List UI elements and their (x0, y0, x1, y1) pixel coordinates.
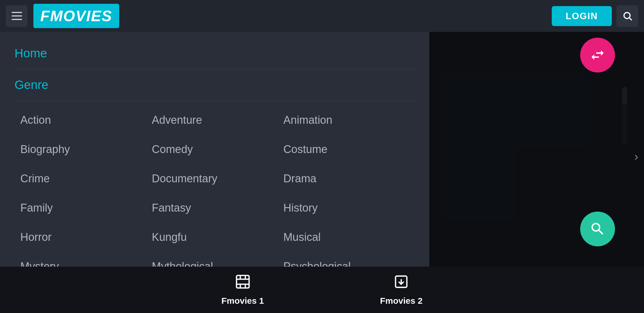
svg-rect-5 (240, 285, 241, 288)
svg-rect-3 (240, 275, 241, 279)
download-box-icon (394, 274, 409, 292)
svg-point-0 (624, 12, 630, 19)
svg-rect-2 (236, 275, 249, 288)
genre-item-action[interactable]: Action (20, 112, 146, 128)
search-float-button[interactable] (580, 212, 615, 246)
genre-item-fantasy[interactable]: Fantasy (152, 200, 277, 216)
svg-rect-4 (245, 275, 246, 279)
genre-item-costume[interactable]: Costume (283, 142, 409, 157)
genre-item-history[interactable]: History (283, 200, 409, 216)
header-right: LOGIN (552, 5, 638, 27)
genre-nav-item: Genre (15, 72, 415, 98)
login-button[interactable]: LOGIN (552, 6, 612, 26)
genre-item-documentary[interactable]: Documentary (152, 171, 277, 186)
genre-item-crime[interactable]: Crime (20, 171, 146, 186)
genre-item-horror[interactable]: Horror (20, 230, 146, 245)
bottom-nav: Fmovies 1 Fmovies 2 (0, 267, 644, 313)
genre-item-animation[interactable]: Animation (283, 112, 409, 128)
header: FMOVIES LOGIN (0, 0, 644, 32)
svg-line-1 (629, 18, 632, 20)
genre-item-comedy[interactable]: Comedy (152, 142, 277, 157)
bottom-nav-fmovies1[interactable]: Fmovies 1 (221, 274, 264, 306)
genre-item-kungfu[interactable]: Kungfu (152, 230, 277, 245)
svg-rect-6 (245, 285, 246, 288)
genre-item-drama[interactable]: Drama (283, 171, 409, 186)
search-header-button[interactable] (616, 5, 638, 27)
chevron-right-icon[interactable]: › (634, 150, 638, 163)
film-icon (235, 274, 250, 292)
swap-float-button[interactable] (580, 38, 615, 72)
divider-2 (15, 101, 415, 101)
fmovies2-label: Fmovies 2 (380, 296, 423, 306)
genre-item-musical[interactable]: Musical (283, 230, 409, 245)
divider-1 (15, 69, 415, 69)
home-nav-item[interactable]: Home (15, 41, 415, 66)
header-left: FMOVIES (6, 4, 119, 28)
logo: FMOVIES (33, 4, 119, 28)
genre-item-biography[interactable]: Biography (20, 142, 146, 157)
genre-item-family[interactable]: Family (20, 200, 146, 216)
menu-button[interactable] (6, 5, 28, 27)
fmovies1-label: Fmovies 1 (221, 296, 264, 306)
genre-item-adventure[interactable]: Adventure (152, 112, 277, 128)
bottom-nav-fmovies2[interactable]: Fmovies 2 (380, 274, 423, 306)
